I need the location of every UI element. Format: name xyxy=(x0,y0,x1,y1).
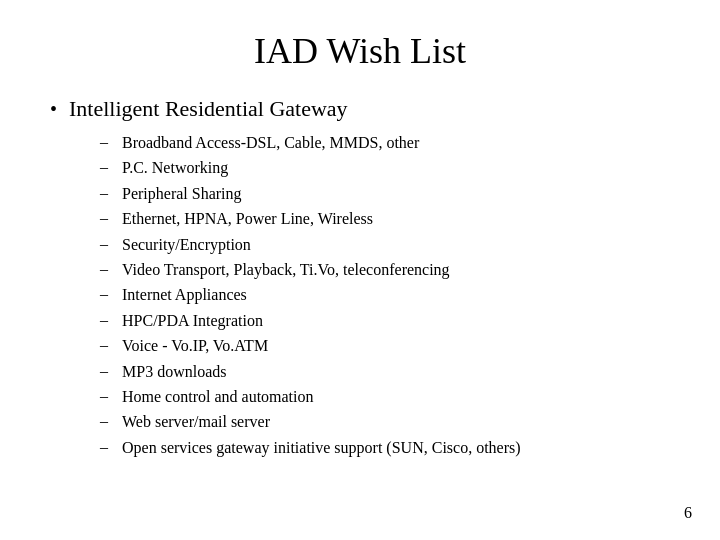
sub-item-text: Video Transport, Playback, Ti.Vo, teleco… xyxy=(122,259,450,281)
sub-items-list: –Broadband Access-DSL, Cable, MMDS, othe… xyxy=(100,132,670,459)
sub-item-text: Broadband Access-DSL, Cable, MMDS, other xyxy=(122,132,419,154)
sub-item-text: Security/Encryption xyxy=(122,234,251,256)
dash-icon: – xyxy=(100,438,112,456)
sub-item: –Web server/mail server xyxy=(100,411,670,433)
sub-item: –MP3 downloads xyxy=(100,361,670,383)
dash-icon: – xyxy=(100,412,112,430)
dash-icon: – xyxy=(100,336,112,354)
slide-title: IAD Wish List xyxy=(50,30,670,72)
sub-item-text: Internet Appliances xyxy=(122,284,247,306)
dash-icon: – xyxy=(100,362,112,380)
dash-icon: – xyxy=(100,311,112,329)
sub-item: –Peripheral Sharing xyxy=(100,183,670,205)
dash-icon: – xyxy=(100,235,112,253)
dash-icon: – xyxy=(100,285,112,303)
main-bullet-text: Intelligent Residential Gateway xyxy=(69,96,348,122)
sub-item-text: Peripheral Sharing xyxy=(122,183,242,205)
sub-item-text: HPC/PDA Integration xyxy=(122,310,263,332)
sub-item-text: MP3 downloads xyxy=(122,361,226,383)
sub-item: –Open services gateway initiative suppor… xyxy=(100,437,670,459)
dash-icon: – xyxy=(100,209,112,227)
dash-icon: – xyxy=(100,387,112,405)
sub-item-text: P.C. Networking xyxy=(122,157,228,179)
bullet-icon: • xyxy=(50,98,57,121)
sub-item: –Voice - Vo.IP, Vo.ATM xyxy=(100,335,670,357)
sub-item-text: Ethernet, HPNA, Power Line, Wireless xyxy=(122,208,373,230)
dash-icon: – xyxy=(100,260,112,278)
dash-icon: – xyxy=(100,158,112,176)
dash-icon: – xyxy=(100,184,112,202)
page-number: 6 xyxy=(684,504,692,522)
main-bullet: • Intelligent Residential Gateway xyxy=(50,96,670,122)
sub-item: –Security/Encryption xyxy=(100,234,670,256)
sub-item-text: Voice - Vo.IP, Vo.ATM xyxy=(122,335,268,357)
sub-item-text: Home control and automation xyxy=(122,386,314,408)
sub-item: –Home control and automation xyxy=(100,386,670,408)
sub-item-text: Web server/mail server xyxy=(122,411,270,433)
dash-icon: – xyxy=(100,133,112,151)
sub-item: –P.C. Networking xyxy=(100,157,670,179)
sub-item: –HPC/PDA Integration xyxy=(100,310,670,332)
sub-item-text: Open services gateway initiative support… xyxy=(122,437,521,459)
sub-item: –Video Transport, Playback, Ti.Vo, telec… xyxy=(100,259,670,281)
slide-container: IAD Wish List • Intelligent Residential … xyxy=(0,0,720,540)
sub-item: –Broadband Access-DSL, Cable, MMDS, othe… xyxy=(100,132,670,154)
sub-item: –Ethernet, HPNA, Power Line, Wireless xyxy=(100,208,670,230)
sub-item: –Internet Appliances xyxy=(100,284,670,306)
